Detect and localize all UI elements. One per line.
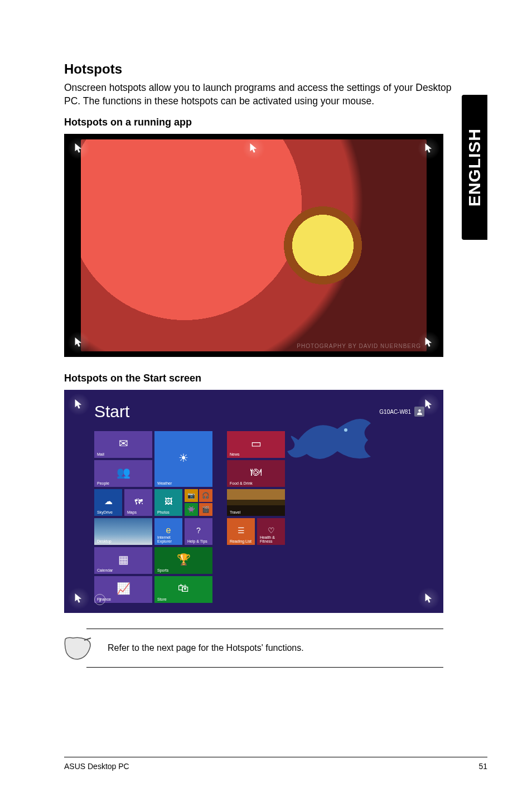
tile-photos-small-group: 🖼Photos 📷 🎧 👾 🎬	[154, 489, 212, 516]
hotspot-top-middle	[243, 137, 265, 160]
tile-calendar: ▦Calendar	[94, 547, 152, 574]
page: ENGLISH Hotspots Onscreen hotspots allow…	[0, 0, 532, 802]
hand-pointer-icon	[64, 636, 92, 660]
photo-credit-watermark: PHOTOGRAPHY BY DAVID NUERNBERG	[297, 343, 421, 349]
all-apps-arrow: ↓	[94, 594, 105, 605]
food-icon: 🍽	[250, 466, 262, 479]
cursor-icon	[425, 143, 433, 153]
news-icon: ▭	[251, 437, 262, 450]
flower-image	[81, 139, 427, 351]
cursor-icon	[425, 337, 433, 347]
help-icon: ?	[196, 526, 201, 535]
cursor-icon	[75, 337, 83, 347]
tile-reading-list: ☰Reading List	[227, 518, 255, 545]
hotspot-top-left	[67, 137, 90, 160]
note-rule-bottom	[86, 667, 443, 668]
page-number: 51	[478, 762, 487, 771]
svg-point-0	[344, 428, 347, 432]
tile-skydrive-maps-group: ☁SkyDrive 🗺Maps	[94, 489, 152, 516]
cursor-icon	[250, 143, 258, 153]
hotspot-bottom-right	[418, 587, 440, 610]
ie-icon: e	[166, 525, 171, 535]
reading-icon: ☰	[238, 526, 245, 535]
tile-store: 🛍Store	[154, 576, 212, 603]
language-tab: ENGLISH	[462, 95, 487, 240]
tile-help: ?Help & Tips	[185, 518, 212, 545]
screenshot-running-app: PHOTOGRAPHY BY DAVID NUERNBERG	[64, 134, 443, 357]
betta-fish-background	[276, 401, 388, 474]
tile-sports: 🏆Sports	[154, 547, 212, 574]
photos-icon: 🖼	[165, 497, 172, 506]
tile-news: ▭News	[227, 431, 285, 458]
section-title: Hotspots	[64, 61, 487, 77]
maps-icon: 🗺	[134, 497, 143, 506]
calendar-icon: ▦	[118, 553, 129, 566]
tile-ie-help-group: eInternet Explorer ?Help & Tips	[154, 518, 212, 545]
music-icon: 🎧	[199, 489, 212, 502]
cursor-icon	[75, 593, 83, 603]
tile-people: 👥People	[94, 460, 152, 487]
store-icon: 🛍	[178, 582, 189, 595]
hotspot-top-left	[67, 393, 90, 416]
note-text: Refer to the next page for the Hotspots'…	[108, 643, 304, 653]
people-icon: 👥	[117, 466, 130, 479]
hotspot-bottom-left	[67, 331, 90, 354]
tile-internet-explorer: eInternet Explorer	[154, 518, 182, 545]
hotspot-bottom-left	[67, 587, 90, 610]
start-tiles: ✉Mail ☀Weather ▭News 👥People 🍽Food & Dri…	[94, 431, 285, 603]
video-icon: 🎬	[199, 503, 212, 516]
tile-photos: 🖼Photos	[154, 489, 182, 516]
tile-weather: ☀Weather	[154, 431, 212, 487]
camera-icon: 📷	[185, 489, 198, 502]
mail-icon: ✉	[119, 437, 128, 450]
subheading-start-screen: Hotspots on the Start screen	[64, 373, 487, 384]
user-account: G10AC-W81	[379, 407, 424, 417]
games-icon: 👾	[185, 503, 198, 516]
tile-mail: ✉Mail	[94, 431, 152, 458]
finance-icon: 📈	[117, 582, 130, 595]
tile-maps: 🗺Maps	[124, 489, 152, 516]
tile-travel: Travel	[227, 489, 285, 516]
subheading-running-app: Hotspots on a running app	[64, 117, 487, 128]
tile-reading-health-group: ☰Reading List ♡Health & Fitness	[227, 518, 285, 545]
footer-rule	[64, 757, 487, 757]
page-footer: ASUS Desktop PC 51	[64, 757, 487, 771]
heart-icon: ♡	[268, 526, 275, 535]
tile-small-quad: 📷 🎧 👾 🎬	[185, 489, 212, 516]
hotspot-bottom-right	[418, 331, 440, 354]
tile-health: ♡Health & Fitness	[257, 518, 285, 545]
user-name: G10AC-W81	[379, 409, 411, 415]
cursor-icon	[75, 399, 83, 409]
language-tab-label: ENGLISH	[465, 128, 484, 206]
cursor-icon	[425, 593, 433, 603]
tile-skydrive: ☁SkyDrive	[94, 489, 122, 516]
cursor-icon	[75, 143, 83, 153]
hotspot-top-right	[418, 393, 440, 416]
cursor-icon	[425, 399, 433, 409]
screenshot-start-screen: Start G10AC-W81 ✉Mail ☀Weather ▭News 👥Pe…	[64, 390, 443, 613]
trophy-icon: 🏆	[177, 553, 191, 566]
tile-food: 🍽Food & Drink	[227, 460, 285, 487]
cloud-icon: ☁	[104, 496, 113, 506]
sun-icon: ☀	[178, 451, 188, 465]
footer-left: ASUS Desktop PC	[64, 762, 129, 771]
note: Refer to the next page for the Hotspots'…	[64, 629, 443, 667]
start-label: Start	[94, 402, 129, 421]
hotspot-top-right	[418, 137, 440, 160]
intro-text: Onscreen hotspots allow you to launch pr…	[64, 81, 454, 108]
tile-desktop: Desktop	[94, 518, 152, 545]
